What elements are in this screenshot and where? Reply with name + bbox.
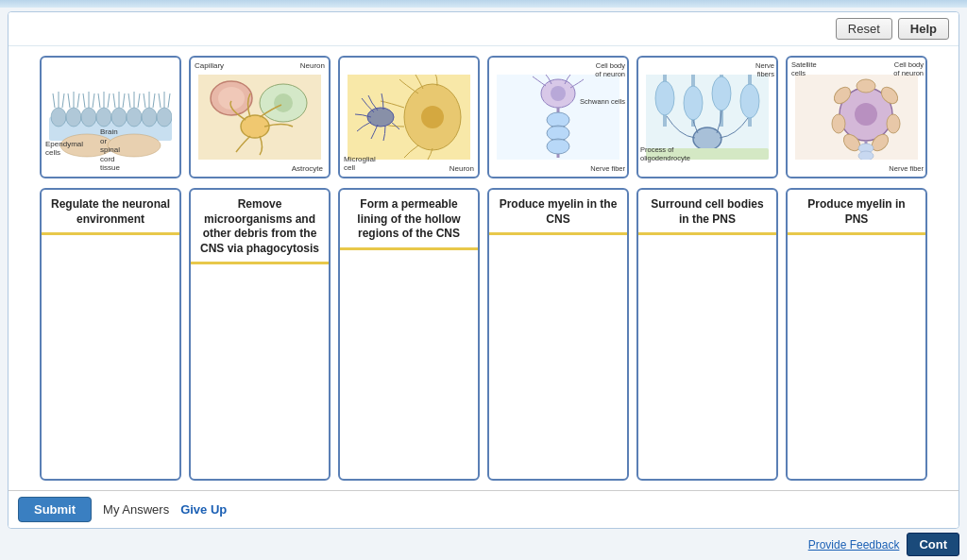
svg-line-21: [113, 93, 115, 108]
label-box-produce-cns-content: [489, 235, 627, 479]
svg-line-9: [53, 93, 55, 108]
label-box-produce-cns[interactable]: Produce myelin in the CNS: [487, 188, 629, 481]
bottom-bar: Submit My Answers Give Up: [8, 490, 959, 528]
label-box-regulate-content: [42, 235, 179, 479]
toolbar: Reset Help: [8, 12, 959, 46]
svg-line-32: [168, 93, 170, 108]
svg-line-24: [128, 93, 130, 108]
svg-line-15: [83, 93, 85, 108]
svg-point-59: [655, 81, 674, 115]
give-up-link[interactable]: Give Up: [180, 502, 227, 517]
help-button[interactable]: Help: [898, 18, 949, 40]
label-box-remove[interactable]: Remove microorganisms and other debris f…: [189, 188, 331, 481]
svg-line-23: [123, 93, 125, 108]
label-box-produce-pns-content: [788, 235, 925, 479]
svg-point-6: [127, 108, 142, 127]
svg-point-47: [551, 86, 566, 101]
svg-point-68: [857, 79, 875, 93]
card-label-brain: Brain orspinalcord tissue: [100, 127, 120, 173]
svg-line-27: [144, 93, 145, 108]
label-box-remove-header: Remove microorganisms and other debris f…: [191, 190, 329, 264]
image-card-microglial[interactable]: Microglialcell Neuron: [338, 56, 480, 178]
label-box-produce-pns[interactable]: Produce myelin in PNS: [786, 188, 927, 481]
card-label-schwann-nervefiber: Nerve fiber: [590, 164, 625, 173]
svg-point-5: [111, 108, 127, 127]
svg-line-18: [98, 93, 100, 108]
card-label-oligodendrocyte: Process ofoligodendrocyte: [640, 145, 690, 162]
svg-point-4: [96, 108, 111, 127]
my-answers-label: My Answers: [103, 502, 169, 517]
svg-point-62: [740, 84, 759, 118]
cont-button[interactable]: Cont: [907, 533, 959, 556]
card-label-satellite-cellbody: Cell bodyof neuron: [893, 60, 924, 77]
label-box-form-content: [340, 250, 478, 479]
footer: Provide Feedback Cont: [0, 529, 967, 560]
card-label-microglial-neuron: Neuron: [450, 164, 474, 173]
card-label-capillary: Capillary: [195, 61, 224, 70]
label-box-form[interactable]: Form a permeable lining of the hollow re…: [338, 188, 480, 481]
svg-point-67: [855, 103, 877, 126]
image-card-ependymal[interactable]: Ependymalcells Brain orspinalcord tissue: [40, 56, 181, 178]
svg-line-20: [108, 93, 110, 108]
svg-line-29: [153, 93, 155, 108]
card-label-satellite-cells: Satellitecells: [791, 60, 817, 77]
reset-button[interactable]: Reset: [836, 18, 892, 40]
svg-line-30: [159, 93, 161, 108]
svg-point-70: [887, 114, 900, 133]
card-label-ependymal: Ependymalcells: [45, 140, 83, 158]
card-label-schwann-cells: Schwann cells: [580, 97, 625, 106]
card-label-astrocyte: Astrocyte: [292, 164, 323, 173]
svg-point-1: [51, 108, 66, 127]
svg-point-44: [367, 108, 394, 127]
label-box-regulate-header: Regulate the neuronal environment: [42, 190, 179, 235]
svg-line-26: [138, 93, 140, 108]
svg-point-60: [684, 86, 703, 120]
image-card-satellite[interactable]: Satellitecells Cell bodyof neuron Nerve …: [786, 56, 927, 178]
svg-point-61: [712, 76, 731, 110]
svg-point-7: [142, 108, 157, 127]
svg-line-11: [62, 93, 64, 108]
provide-feedback-link[interactable]: Provide Feedback: [808, 538, 900, 552]
label-box-produce-pns-header: Produce myelin in PNS: [788, 190, 925, 235]
submit-button[interactable]: Submit: [18, 497, 92, 522]
label-box-form-header: Form a permeable lining of the hollow re…: [340, 190, 478, 250]
card-label-satellite-nervefiber: Nerve fiber: [889, 164, 924, 173]
image-cards-row: Ependymalcells Brain orspinalcord tissue: [23, 56, 944, 178]
main-container: Reset Help: [8, 11, 959, 529]
image-card-schwann[interactable]: Cell bodyof neuron Schwann cells Nerve f…: [487, 56, 629, 178]
svg-line-14: [77, 93, 79, 108]
svg-line-17: [93, 93, 94, 108]
svg-line-12: [68, 93, 70, 108]
card-label-microglial-cell: Microglialcell: [344, 155, 376, 173]
svg-point-77: [858, 151, 874, 160]
card-label-nerve-fibers: Nervefibers: [755, 61, 774, 78]
card-label-neuron: Neuron: [300, 61, 325, 70]
label-boxes-row: Regulate the neuronal environment Remove…: [23, 188, 944, 481]
content-area: Ependymalcells Brain orspinalcord tissue: [8, 46, 959, 490]
svg-point-3: [81, 108, 96, 127]
label-box-regulate[interactable]: Regulate the neuronal environment: [40, 188, 181, 481]
top-bar: [0, 0, 967, 8]
svg-point-39: [274, 93, 293, 112]
label-box-remove-content: [191, 264, 329, 479]
image-card-astrocyte[interactable]: Capillary Neuron Astrocyte: [189, 56, 331, 178]
svg-point-2: [66, 108, 81, 127]
svg-point-43: [421, 106, 444, 128]
svg-point-73: [832, 114, 845, 133]
svg-point-8: [157, 108, 172, 127]
image-card-oligodendrocyte[interactable]: Nervefibers Process ofoligodendrocyte: [636, 56, 778, 178]
svg-point-51: [547, 139, 569, 154]
label-box-surround[interactable]: Surround cell bodies in the PNS: [636, 188, 778, 481]
label-box-surround-content: [638, 235, 776, 479]
card-label-schwann-cellbody: Cell bodyof neuron: [595, 61, 625, 78]
label-box-produce-cns-header: Produce myelin in the CNS: [489, 190, 627, 235]
label-box-surround-header: Surround cell bodies in the PNS: [638, 190, 776, 235]
